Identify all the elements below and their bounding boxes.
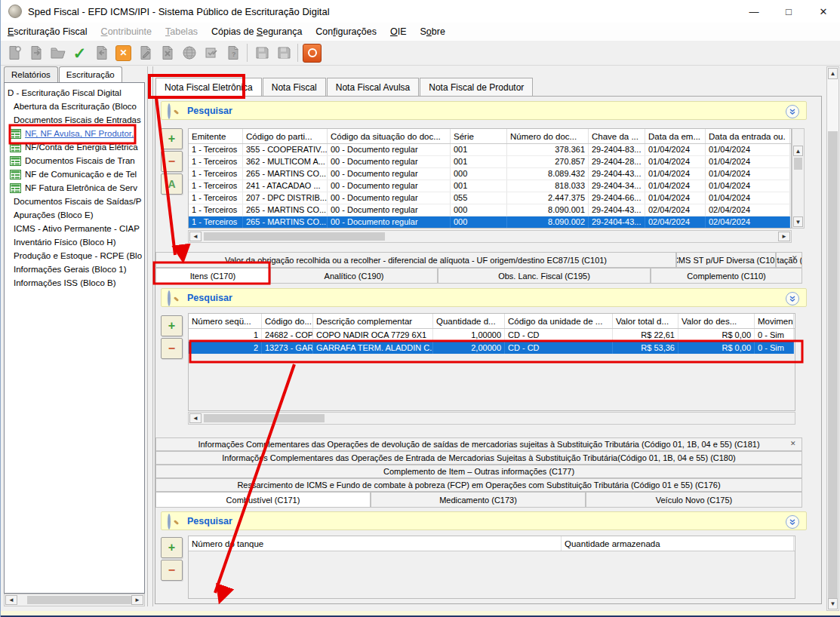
save-icon — [251, 42, 272, 63]
nfe-column-header-3[interactable]: Série — [451, 129, 507, 143]
main-tab-2[interactable]: Nota Fiscal Avulsa — [327, 78, 420, 97]
tree-item-7[interactable]: NF Fatura Eletrônica de Serv — [5, 181, 144, 195]
main-vertical-scrollbar[interactable]: ▲ ▼ — [826, 66, 839, 611]
detail-tab-1[interactable]: ICMS ST p/UF Diversa (C105) — [676, 252, 776, 268]
validate-icon[interactable]: ✓ — [69, 42, 91, 63]
sidebar-horizontal-scrollbar[interactable]: ◄ ► — [4, 594, 145, 606]
chevron-double-down-icon[interactable] — [786, 515, 799, 529]
sidebar-tab-1[interactable]: Escrituração — [59, 66, 122, 83]
add-row-button[interactable]: + — [161, 128, 183, 149]
tree-item-10[interactable]: ICMS - Ativo Permanente - CIAP — [5, 222, 144, 235]
sub-tab-0[interactable]: Informações Complementares das Operações… — [155, 437, 802, 451]
items-horizontal-scrollbar[interactable]: ◄ — [188, 412, 795, 425]
remove-tank-button[interactable]: − — [161, 560, 183, 581]
minimize-button[interactable]: — — [737, 0, 771, 23]
nfe-cell: 00 - Documento regular — [328, 204, 451, 216]
nfe-column-header-1[interactable]: Código do parti... — [243, 129, 328, 143]
detail-tab2-0[interactable]: Itens (C170) — [155, 268, 270, 284]
detail-tab-0[interactable]: Valor da obrigação recolhida ou a recolh… — [155, 252, 676, 268]
menu-item-3[interactable]: Cópias de Segurança — [205, 23, 309, 41]
remove-item-button[interactable]: − — [161, 338, 183, 359]
nfe-column-header-4[interactable]: Número do doc... — [507, 129, 589, 143]
menu-item-4[interactable]: Configurações — [309, 23, 383, 41]
item-column-header-2[interactable]: Descrição complementar — [313, 314, 433, 328]
sub-tab-2[interactable]: Complemento de Item – Outras informações… — [155, 465, 802, 478]
tree-item-3[interactable]: NF, NF Avulsa, NF Produtor, — [5, 127, 144, 140]
main-tab-1[interactable]: Nota Fiscal — [263, 78, 326, 97]
select-all-button[interactable]: A — [161, 173, 183, 195]
item-column-header-7[interactable]: Movimenta — [755, 314, 794, 328]
nfe-cell: 00 - Documento regular — [328, 180, 451, 192]
nfe-column-header-7[interactable]: Data da entrada ou. — [706, 129, 790, 143]
search-bar-nfe[interactable]: Pesquisar — [161, 101, 807, 120]
tree-item-0[interactable]: D - Escrituração Fiscal Digital — [5, 86, 144, 100]
nfe-column-header-2[interactable]: Código da situação do doc... — [328, 129, 451, 143]
tank-column-header-0[interactable]: Número do tanque — [189, 536, 562, 551]
cancel-icon[interactable]: ✕ — [112, 42, 134, 63]
sidebar-tab-0[interactable]: Relatórios — [4, 66, 58, 83]
nfe-cell: 1 - Terceiros — [189, 180, 243, 192]
remove-row-button[interactable]: − — [161, 151, 183, 172]
tree-item-14[interactable]: Informações ISS (Bloco B) — [5, 276, 144, 290]
nfe-row-2[interactable]: 1 - Terceiros265 - MARTINS CO...00 - Doc… — [189, 168, 791, 180]
item-column-header-1[interactable]: Código do... — [262, 314, 313, 328]
fuel-tab-1[interactable]: Medicamento (C173) — [371, 492, 586, 508]
fuel-tab-2[interactable]: Veículo Novo (C175) — [586, 492, 802, 508]
close-detail-tabs-icon[interactable]: ✕ — [792, 254, 798, 262]
nfe-column-header-6[interactable]: Data da em... — [645, 129, 706, 143]
tree-item-6[interactable]: NF de Comunicação e de Tel — [5, 167, 144, 181]
menu-item-5[interactable]: OIE — [383, 23, 414, 41]
item-column-header-5[interactable]: Valor total d... — [613, 314, 678, 328]
tree-item-13[interactable]: Informações Gerais (Bloco 1) — [5, 262, 144, 276]
tree-item-5[interactable]: Documentos Fiscais de Tran — [5, 154, 144, 167]
nfe-row-6[interactable]: 1 - Terceiros265 - MARTINS CO...00 - Doc… — [189, 216, 791, 229]
nfe-row-5[interactable]: 1 - Terceiros265 - MARTINS CO...00 - Doc… — [189, 204, 791, 216]
tree-item-9[interactable]: Apurações (Bloco E) — [5, 208, 144, 222]
nfe-column-header-5[interactable]: Chave da ... — [589, 129, 645, 143]
main-tab-0[interactable]: Nota Fiscal Eletrônica — [155, 78, 262, 97]
tree-item-11[interactable]: Inventário Físico (Bloco H) — [5, 235, 144, 249]
close-button[interactable]: ✕ — [806, 0, 840, 23]
nfe-column-header-0[interactable]: Emitente — [189, 129, 243, 143]
main-tab-3[interactable]: Nota Fiscal de Produtor — [420, 78, 533, 97]
menu-item-2[interactable]: Tabelas — [158, 23, 205, 41]
nfe-row-0[interactable]: 1 - Terceiros355 - COOPERATIV...00 - Doc… — [189, 144, 791, 156]
tree-item-1[interactable]: Abertura da Escrituração (Bloco — [5, 100, 144, 113]
exit-icon[interactable] — [301, 42, 323, 63]
chevron-double-down-icon[interactable] — [786, 292, 799, 305]
menu-item-1[interactable]: Contribuinte — [94, 23, 158, 41]
tree-item-8[interactable]: Documentos Fiscais de Saídas/P — [5, 195, 144, 208]
detail-tab2-1[interactable]: Analítico (C190) — [270, 268, 438, 284]
nfe-row-3[interactable]: 1 - Terceiros241 - ATACADAO ...00 - Docu… — [189, 180, 791, 192]
item-column-header-4[interactable]: Código da unidade de ... — [505, 314, 613, 328]
nfe-row-1[interactable]: 1 - Terceiros362 - MULTICOM A...00 - Doc… — [189, 156, 791, 168]
fuel-tab-0[interactable]: Combustível (C171) — [155, 492, 371, 508]
maximize-button[interactable]: □ — [771, 0, 806, 23]
search-bar-items[interactable]: Pesquisar — [161, 288, 807, 307]
detail-tab2-2[interactable]: Obs. Lanc. Fiscal (C195) — [438, 268, 651, 284]
detail-tab-2[interactable]: Importação (C120 — [776, 252, 802, 268]
sub-tab-1[interactable]: Informações Complementares das Operações… — [155, 451, 802, 465]
item-row-0[interactable]: 124682 - COP...COPO NADIR OCA 7729 6X11,… — [189, 329, 795, 342]
tree-item-2[interactable]: Documentos Fiscais de Entradas — [5, 113, 144, 127]
item-column-header-6[interactable]: Valor do des... — [678, 314, 755, 328]
item-column-header-0[interactable]: Número seqü... — [189, 314, 262, 328]
tree-item-4[interactable]: NF/Conta de Energia Elétrica — [5, 140, 144, 154]
nfe-row-4[interactable]: 1 - Terceiros207 - DPC DISTRIB...00 - Do… — [189, 192, 791, 204]
menu-item-6[interactable]: Sobre — [414, 23, 452, 41]
sub-tab-3[interactable]: Ressarcimento de ICMS e Fundo de combate… — [155, 478, 802, 492]
detail-tab2-3[interactable]: Complemento (C110) — [651, 268, 802, 284]
menu-item-0[interactable]: Escrituração Fiscal — [1, 23, 94, 41]
item-column-header-3[interactable]: Quantidade d... — [433, 314, 505, 328]
search-bar-tanks[interactable]: Pesquisar — [161, 511, 807, 530]
tree-item-12[interactable]: Produção e Estoque - RCPE (Blo — [5, 249, 144, 262]
item-row-1[interactable]: 213273 - GAR...GARRAFA TERM. ALADDIN C..… — [189, 342, 795, 355]
splitter[interactable] — [147, 66, 153, 606]
add-item-button[interactable]: + — [161, 315, 183, 336]
chevron-double-down-icon[interactable] — [786, 105, 799, 118]
nfe-vertical-scrollbar[interactable]: ▲ ▼ — [792, 128, 805, 229]
close-subtabs-icon[interactable]: ✕ — [790, 440, 796, 447]
tank-column-header-1[interactable]: Quantidade armazenada — [562, 536, 794, 551]
nfe-horizontal-scrollbar[interactable]: ◄ ► — [188, 230, 792, 243]
add-tank-button[interactable]: + — [161, 537, 183, 558]
